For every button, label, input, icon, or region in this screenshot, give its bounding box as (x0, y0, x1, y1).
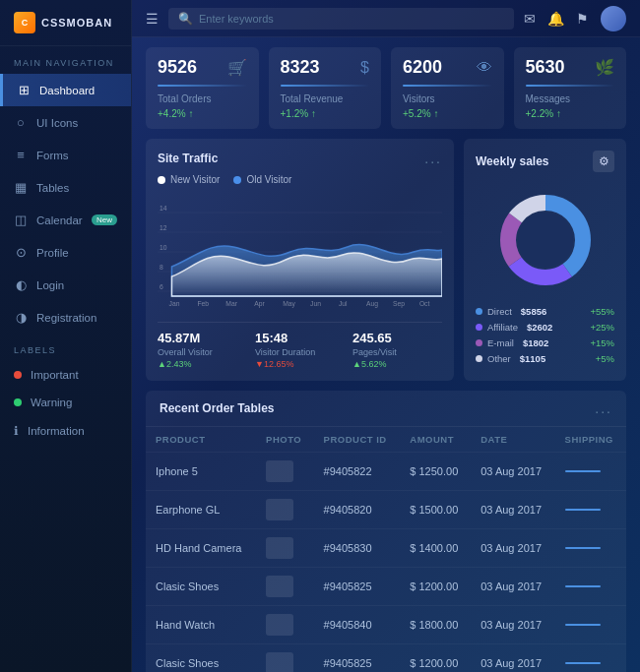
cell-product-id: #9405822 (314, 453, 401, 491)
sales-amount-affiliate: $2602 (527, 322, 552, 333)
stat-label-messages: Messages (526, 93, 615, 104)
orders-title: Recent Order Tables (160, 401, 274, 415)
sidebar-item-calendar[interactable]: ◫ Calendar New (0, 204, 131, 236)
photo-placeholder (266, 652, 293, 672)
table-header-row: PRODUCT PHOTO PRODUCT ID AMOUNT DATE SHI… (146, 427, 626, 453)
sidebar-item-label: Dashboard (39, 85, 95, 96)
sales-amount-other: $1105 (520, 353, 545, 364)
sidebar-item-label: Tables (36, 182, 69, 194)
bell-icon[interactable]: 🔔 (547, 11, 564, 27)
stat-card-revenue: 8323 $ Total Revenue +1.2% ↑ (269, 47, 382, 129)
tstat-label-overall: Overall Visitor (158, 347, 247, 357)
cell-date: 03 Aug 2017 (471, 606, 554, 644)
col-shipping: SHIPPING (555, 427, 626, 453)
avatar[interactable] (601, 6, 626, 31)
sidebar-item-login[interactable]: ◐ Login (0, 269, 131, 301)
gear-button[interactable]: ⚙ (593, 151, 614, 172)
legend-new-visitor: New Visitor (158, 174, 220, 185)
hamburger-icon[interactable]: ☰ (146, 11, 159, 27)
cell-amount: $ 1250.00 (400, 453, 471, 491)
tstat-duration: 15:48 Visitor Duration ▼12.65% (255, 331, 345, 369)
stat-divider (281, 85, 370, 87)
sales-pct-email: +15% (590, 337, 614, 348)
cell-amount: $ 1200.00 (400, 644, 471, 673)
tstat-overall: 45.87M Overall Visitor ▲2.43% (158, 331, 247, 369)
stat-divider (526, 85, 615, 87)
login-icon: ◐ (14, 277, 28, 292)
sales-pct-direct: +55% (590, 306, 614, 317)
weekly-title: Weekly sales (476, 154, 549, 168)
photo-placeholder (266, 499, 293, 520)
stat-card-visitors: 6200 👁 Visitors +5.2% ↑ (391, 47, 504, 129)
sidebar-item-profile[interactable]: ⊙ Profile (0, 236, 131, 269)
sidebar-item-tables[interactable]: ▦ Tables (0, 171, 131, 204)
cell-product: Clasic Shoes (146, 644, 256, 673)
flag-icon[interactable]: ⚑ (576, 11, 589, 27)
col-product-id: PRODUCT ID (314, 427, 401, 453)
svg-text:Aug: Aug (366, 300, 378, 308)
stat-label-visitors: Visitors (403, 93, 492, 104)
shipping-bar (565, 470, 601, 472)
cell-shipping (555, 529, 626, 568)
legend-old-visitor: Old Visitor (233, 174, 291, 185)
svg-text:Feb: Feb (197, 300, 209, 307)
warning-dot (14, 398, 22, 406)
stat-divider (403, 85, 492, 87)
sidebar-item-forms[interactable]: ≡ Forms (0, 139, 131, 171)
sidebar-item-information[interactable]: ℹ Information (0, 416, 131, 446)
sales-legend-left: Affiliate $2602 (476, 322, 552, 333)
svg-text:Jan: Jan (169, 300, 180, 307)
cell-product-id: #9405820 (314, 491, 401, 529)
traffic-stats: 45.87M Overall Visitor ▲2.43% 15:48 Visi… (158, 322, 442, 369)
col-date: DATE (471, 427, 554, 453)
search-input[interactable] (199, 13, 504, 25)
stat-change-visitors: +5.2% ↑ (403, 108, 492, 119)
stat-value-revenue: 8323 (281, 57, 320, 78)
stats-row: 9526 🛒 Total Orders +4.2% ↑ 8323 $ Total… (132, 37, 640, 139)
sales-legend-left: Direct $5856 (476, 306, 546, 317)
dashboard-icon: ⊞ (17, 83, 31, 97)
share-icon: ℹ (14, 424, 19, 438)
tstat-value-duration: 15:48 (255, 331, 345, 345)
traffic-menu-icon[interactable]: ... (424, 151, 442, 166)
sidebar-item-label: Important (31, 369, 79, 381)
cell-date: 03 Aug 2017 (471, 644, 554, 673)
legend-dot-blue (233, 176, 241, 184)
cell-product: Earphone GL (146, 491, 256, 529)
sidebar-item-ui-icons[interactable]: ○ UI Icons (0, 106, 131, 139)
orders-card: Recent Order Tables ... PRODUCT PHOTO PR… (146, 391, 626, 672)
dollar-icon: $ (360, 59, 369, 77)
logo-area: C CSSMOBAN (0, 0, 131, 46)
tstat-label-pages: Pages/Visit (352, 347, 442, 357)
col-product: PRODUCT (146, 427, 256, 453)
orders-menu-icon[interactable]: ... (595, 400, 612, 416)
sales-label-direct: Direct (487, 306, 512, 317)
traffic-legend: New Visitor Old Visitor (158, 174, 442, 185)
stat-change-revenue: +1.2% ↑ (281, 108, 370, 119)
forms-icon: ≡ (14, 148, 28, 162)
cell-product-id: #9405825 (314, 644, 401, 673)
sidebar-item-warning[interactable]: Warning (0, 389, 131, 416)
sidebar-item-important[interactable]: Important (0, 361, 131, 389)
traffic-title: Site Traffic (158, 152, 218, 165)
stat-change-orders: +4.2% ↑ (158, 108, 247, 119)
cell-product: Clasic Shoes (146, 568, 256, 606)
search-box: 🔍 (168, 8, 514, 30)
traffic-header: Site Traffic ... (158, 151, 442, 166)
cell-amount: $ 1500.00 (400, 491, 471, 529)
svg-text:Jun: Jun (310, 300, 321, 307)
envelope-icon[interactable]: ✉ (524, 11, 536, 27)
sidebar-item-dashboard[interactable]: ⊞ Dashboard (0, 74, 131, 106)
stat-divider (158, 85, 247, 87)
cell-product: HD Hand Camera (146, 529, 256, 568)
sales-legend-other: Other $1105 +5% (476, 353, 614, 364)
cell-date: 03 Aug 2017 (471, 453, 554, 491)
cell-amount: $ 1400.00 (400, 529, 471, 568)
cell-shipping (555, 568, 626, 606)
stat-card-messages: 5630 🌿 Messages +2.2% ↑ (514, 47, 627, 129)
donut-chart-container (476, 186, 614, 294)
main-content: ☰ 🔍 ✉ 🔔 ⚑ 9526 🛒 Total Orders +4.2% ↑ 83… (132, 0, 640, 672)
shipping-bar (565, 509, 601, 511)
tstat-change-pages: ▲5.62% (352, 359, 442, 369)
sidebar-item-registration[interactable]: ◑ Registration (0, 301, 131, 334)
